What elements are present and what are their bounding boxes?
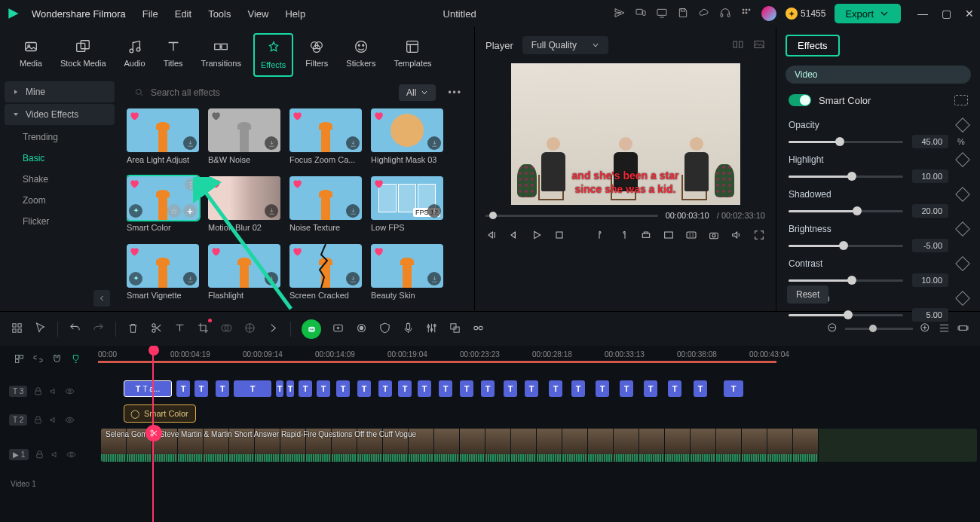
tool-tab-filters[interactable]: Filters bbox=[299, 33, 334, 77]
text-clip[interactable]: T bbox=[439, 380, 452, 397]
record-icon[interactable] bbox=[355, 322, 368, 337]
shield-icon[interactable] bbox=[378, 322, 391, 337]
playhead-split-icon[interactable] bbox=[145, 425, 162, 441]
smart-color-effect-clip[interactable]: ◯ Smart Color bbox=[124, 404, 196, 423]
tool-tab-templates[interactable]: Templates bbox=[387, 33, 437, 77]
more-options-button[interactable]: ••• bbox=[443, 87, 467, 98]
text-clip[interactable]: T bbox=[481, 380, 495, 397]
split-icon[interactable] bbox=[150, 322, 163, 337]
sidebar-item-mine[interactable]: Mine bbox=[5, 81, 115, 102]
fullscreen-icon[interactable] bbox=[753, 229, 765, 243]
select-tool-icon[interactable] bbox=[11, 322, 23, 337]
sidebar-sub-zoom[interactable]: Zoom bbox=[5, 190, 115, 211]
window-minimize[interactable]: — bbox=[917, 8, 928, 20]
track-t3[interactable]: TT a...TTTTTTTTTTTTTTTTTTTTTTTTTT bbox=[98, 376, 980, 400]
delete-icon[interactable] bbox=[127, 322, 139, 337]
filter-all-dropdown[interactable]: All bbox=[399, 84, 436, 101]
link-icon[interactable] bbox=[472, 322, 485, 337]
text-clip[interactable]: T bbox=[234, 380, 271, 397]
video-clip[interactable]: Selena Gomez, Steve Martin & Martin Shor… bbox=[101, 429, 977, 462]
effect-thumb-smart-vignette[interactable] bbox=[127, 244, 199, 288]
text-clip[interactable]: T bbox=[176, 380, 190, 397]
track-header-t3[interactable]: T 3 bbox=[5, 379, 93, 403]
color-tool-icon[interactable] bbox=[220, 322, 233, 337]
cloud-icon[interactable] bbox=[698, 7, 710, 21]
menu-edit[interactable]: Edit bbox=[175, 8, 191, 20]
picture-view-icon[interactable] bbox=[753, 38, 765, 53]
menu-view[interactable]: View bbox=[247, 8, 268, 20]
ai-assistant-button[interactable] bbox=[302, 319, 321, 339]
text-clip[interactable]: T bbox=[398, 380, 412, 397]
apps-icon[interactable] bbox=[740, 7, 752, 21]
effect-thumb-smart-color[interactable]: ⋮☆+ bbox=[127, 176, 199, 220]
text-clip[interactable]: T bbox=[418, 380, 431, 397]
keyframe-icon[interactable] bbox=[955, 221, 970, 237]
sidebar-sub-flicker[interactable]: Flicker bbox=[5, 211, 115, 232]
properties-tab-effects[interactable]: Effects bbox=[786, 35, 840, 56]
prev-frame-button[interactable] bbox=[485, 229, 498, 243]
text-icon[interactable] bbox=[173, 322, 186, 337]
expand-corners-icon[interactable] bbox=[954, 95, 968, 105]
text-clip[interactable]: T bbox=[336, 380, 350, 397]
headset-icon[interactable] bbox=[719, 7, 731, 21]
ai-sparkle-icon[interactable] bbox=[332, 322, 345, 337]
download-icon[interactable] bbox=[427, 272, 441, 285]
ratio-icon[interactable] bbox=[663, 229, 675, 243]
thumb-star-icon[interactable]: ☆ bbox=[167, 204, 181, 218]
sidebar-sub-trending[interactable]: Trending bbox=[5, 127, 115, 148]
mark-out-button[interactable] bbox=[617, 229, 629, 243]
param-value-opacity[interactable]: 45.00 bbox=[912, 135, 948, 148]
tl-marker-icon[interactable] bbox=[70, 353, 81, 367]
thumb-menu-icon[interactable]: ⋮ bbox=[185, 179, 197, 191]
thumb-add-icon[interactable]: + bbox=[183, 204, 197, 218]
param-value-contrast[interactable]: 10.00 bbox=[912, 273, 948, 287]
keyframe-icon[interactable] bbox=[955, 291, 970, 306]
adjust-tool-icon[interactable] bbox=[243, 322, 256, 337]
param-slider-shadowed[interactable] bbox=[789, 210, 903, 212]
text-clip[interactable]: T bbox=[299, 380, 312, 397]
tool-tab-titles[interactable]: Titles bbox=[158, 33, 189, 77]
download-icon[interactable] bbox=[346, 204, 360, 218]
window-close[interactable]: ✕ bbox=[965, 8, 974, 20]
zoom-slider[interactable] bbox=[845, 328, 913, 330]
tl-magnet-icon[interactable] bbox=[51, 353, 63, 367]
param-slider-opacity[interactable] bbox=[789, 141, 903, 143]
text-clip[interactable]: T bbox=[357, 380, 371, 397]
param-slider-saturation[interactable] bbox=[789, 314, 903, 316]
download-icon[interactable] bbox=[265, 136, 278, 150]
effect-thumb-motion-blur-02[interactable] bbox=[208, 176, 280, 220]
param-value-saturation[interactable]: 5.00 bbox=[912, 308, 948, 322]
track-t2[interactable]: ◯ Smart Color bbox=[98, 401, 980, 426]
param-slider-brightness[interactable] bbox=[789, 245, 903, 247]
monitor-icon[interactable] bbox=[656, 7, 668, 21]
redo-icon[interactable] bbox=[92, 322, 105, 337]
download-icon[interactable] bbox=[346, 272, 360, 285]
param-value-shadowed[interactable]: 20.00 bbox=[912, 204, 948, 218]
track-header-v1[interactable]: ▶ 1 bbox=[5, 436, 93, 472]
step-back-button[interactable] bbox=[508, 229, 520, 243]
effect-thumb-noise-texture[interactable] bbox=[289, 176, 362, 220]
list-view-icon[interactable] bbox=[938, 322, 951, 337]
volume-icon[interactable] bbox=[730, 229, 743, 243]
export-button[interactable]: Export bbox=[835, 4, 901, 23]
tool-tab-transitions[interactable]: Transitions bbox=[195, 33, 247, 77]
track-v1[interactable]: Selena Gomez, Steve Martin & Martin Shor… bbox=[98, 427, 980, 463]
text-clip[interactable]: T bbox=[317, 380, 330, 397]
keyframe-icon[interactable] bbox=[955, 118, 970, 133]
effect-thumb-focus-zoom-camera[interactable] bbox=[289, 108, 362, 152]
smart-color-toggle[interactable] bbox=[789, 94, 811, 106]
markers-icon[interactable] bbox=[640, 229, 652, 243]
effect-thumb-bw-noise[interactable] bbox=[208, 108, 280, 152]
download-icon[interactable] bbox=[265, 204, 278, 218]
text-clip[interactable]: TT a... bbox=[124, 380, 172, 397]
mark-in-button[interactable] bbox=[595, 229, 607, 243]
group-icon[interactable] bbox=[449, 322, 461, 337]
effect-thumb-screen-cracked[interactable] bbox=[289, 244, 362, 288]
sidebar-sub-basic[interactable]: Basic bbox=[5, 148, 115, 169]
text-clip[interactable]: T bbox=[525, 380, 538, 397]
tool-tab-effects[interactable]: Effects bbox=[253, 33, 293, 77]
text-clip[interactable]: T bbox=[378, 380, 392, 397]
effect-thumb-low-fps[interactable]: FPS 12 bbox=[371, 176, 443, 220]
download-icon[interactable] bbox=[183, 272, 197, 285]
text-clip[interactable]: T bbox=[596, 380, 609, 397]
